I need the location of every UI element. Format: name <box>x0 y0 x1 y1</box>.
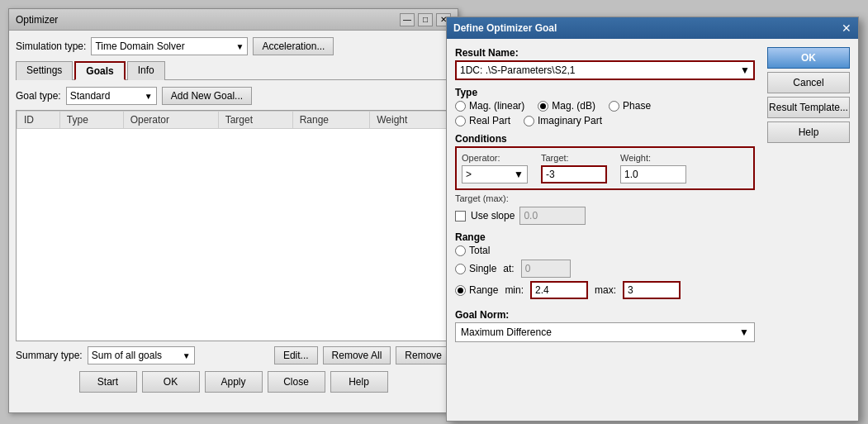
range-section: Range Total Single at: Range <box>455 231 755 303</box>
col-range: Range <box>292 112 370 129</box>
goal-type-row: Goal type: Standard ▼ Add New Goal... <box>16 87 451 105</box>
radio-label-phase: Phase <box>623 100 651 112</box>
simulation-type-dropdown[interactable]: Time Domain Solver ▼ <box>91 37 248 55</box>
col-type: Type <box>59 112 123 129</box>
radio-circle-mag-linear <box>455 101 466 112</box>
col-operator: Operator <box>123 112 218 129</box>
radio-mag-linear[interactable]: Mag. (linear) <box>455 100 524 112</box>
simulation-type-label: Simulation type: <box>16 40 86 52</box>
summary-type-dropdown[interactable]: Sum of all goals ▼ <box>88 346 195 364</box>
goal-type-label: Goal type: <box>16 90 61 102</box>
tab-goals[interactable]: Goals <box>74 61 125 80</box>
radio-circle-single <box>455 264 466 274</box>
operator-label: Operator: <box>462 153 528 163</box>
ok-button[interactable]: OK <box>142 371 200 393</box>
use-slope-label: Use slope <box>471 210 515 222</box>
col-id: ID <box>17 112 60 129</box>
remove-button[interactable]: Remove <box>396 346 451 364</box>
summary-type-value: Sum of all goals <box>92 350 162 361</box>
radio-label-real-part: Real Part <box>469 115 510 126</box>
start-button[interactable]: Start <box>79 371 137 393</box>
dialog-right-buttons: OK Cancel Result Template... Help <box>767 47 850 143</box>
radio-circle-phase <box>609 101 619 112</box>
summary-type-label: Summary type: <box>16 350 83 361</box>
summary-type-row: Summary type: Sum of all goals ▼ Edit...… <box>16 346 451 364</box>
dialog-help-button[interactable]: Help <box>767 121 850 143</box>
radio-mag-db[interactable]: Mag. (dB) <box>538 100 595 112</box>
at-label: at: <box>503 263 514 274</box>
result-name-value: 1DC: .\S-Parameters\S2,1 <box>460 64 575 76</box>
range-min-input[interactable] <box>530 281 588 299</box>
radio-label-mag-linear: Mag. (linear) <box>469 100 524 112</box>
optimizer-body: Simulation type: Time Domain Solver ▼ Ac… <box>9 31 458 399</box>
goal-type-value: Standard <box>70 90 111 102</box>
result-name-dropdown[interactable]: 1DC: .\S-Parameters\S2,1 ▼ <box>455 60 755 80</box>
goal-type-dropdown[interactable]: Standard ▼ <box>66 87 157 105</box>
help-button[interactable]: Help <box>330 371 388 393</box>
tab-settings[interactable]: Settings <box>16 61 73 80</box>
range-single-row: Single at: <box>455 260 755 278</box>
tab-info[interactable]: Info <box>127 61 165 80</box>
chevron-down-icon: ▼ <box>235 42 244 51</box>
radio-label-imaginary-part: Imaginary Part <box>538 115 602 126</box>
dialog-ok-button[interactable]: OK <box>767 47 850 69</box>
conditions-section: Conditions Operator: > ▼ Target: Weight: <box>455 133 755 225</box>
simulation-type-value: Time Domain Solver <box>95 40 184 52</box>
max-label: max: <box>595 284 616 296</box>
type-section: Type Mag. (linear) Mag. (dB) Phase <box>455 87 755 126</box>
conditions-inner: Operator: > ▼ Target: Weight: <box>455 146 755 190</box>
type-radio-row-2: Real Part Imaginary Part <box>455 115 755 126</box>
acceleration-button[interactable]: Acceleration... <box>253 37 334 55</box>
radio-circle-real-part <box>455 116 466 126</box>
radio-real-part[interactable]: Real Part <box>455 115 510 126</box>
radio-single[interactable]: Single <box>455 263 496 274</box>
add-goal-button[interactable]: Add New Goal... <box>162 87 252 105</box>
use-slope-checkbox[interactable] <box>455 211 466 222</box>
weight-input[interactable] <box>620 165 686 183</box>
at-input <box>521 260 571 278</box>
result-template-button[interactable]: Result Template... <box>767 97 850 118</box>
operator-value: > <box>466 169 472 180</box>
radio-label-range: Range <box>469 284 498 296</box>
weight-group: Weight: <box>620 153 686 183</box>
edit-button[interactable]: Edit... <box>274 346 318 364</box>
dialog-close-button[interactable]: ✕ <box>842 22 851 34</box>
radio-circle-mag-db <box>538 101 548 112</box>
radio-phase[interactable]: Phase <box>609 100 651 112</box>
chevron-down-icon: ▼ <box>514 169 524 180</box>
minimize-button[interactable]: — <box>400 13 415 26</box>
tabs-area: Settings Goals Info <box>16 60 451 80</box>
chevron-down-icon: ▼ <box>739 326 749 338</box>
maximize-button[interactable]: □ <box>418 13 433 26</box>
operator-dropdown[interactable]: > ▼ <box>462 165 528 183</box>
operator-group: Operator: > ▼ <box>462 153 528 183</box>
radio-total[interactable]: Total <box>455 245 490 256</box>
simulation-type-row: Simulation type: Time Domain Solver ▼ Ac… <box>16 37 451 55</box>
goal-norm-dropdown[interactable]: Maximum Difference ▼ <box>455 322 755 342</box>
radio-range[interactable]: Range <box>455 284 498 296</box>
remove-all-button[interactable]: Remove All <box>323 346 391 364</box>
radio-label-total: Total <box>469 245 490 256</box>
target-input[interactable] <box>541 165 607 183</box>
range-max-input[interactable] <box>623 281 681 299</box>
dialog-title: Define Optimizer Goal <box>453 22 557 34</box>
dialog-titlebar: Define Optimizer Goal ✕ <box>447 17 858 39</box>
define-optimizer-dialog: Define Optimizer Goal ✕ OK Cancel Result… <box>446 17 859 422</box>
goals-table: ID Type Operator Target Range Weight <box>17 111 450 129</box>
weight-label: Weight: <box>620 153 686 163</box>
radio-imaginary-part[interactable]: Imaginary Part <box>524 115 602 126</box>
dialog-cancel-button[interactable]: Cancel <box>767 72 850 93</box>
optimizer-window: Optimizer — □ ✕ Simulation type: Time Do… <box>8 8 458 413</box>
optimizer-titlebar: Optimizer — □ ✕ <box>9 9 458 31</box>
close-button[interactable]: Close <box>268 371 325 393</box>
target-max-label: Target (max): <box>455 193 509 203</box>
range-range-row: Range min: max: <box>455 281 755 299</box>
target-max-row: Target (max): <box>455 193 755 203</box>
apply-button[interactable]: Apply <box>205 371 263 393</box>
type-radio-row: Mag. (linear) Mag. (dB) Phase <box>455 100 755 112</box>
chevron-down-icon: ▼ <box>183 351 191 360</box>
conditions-label: Conditions <box>455 133 755 145</box>
radio-label-single: Single <box>469 263 496 274</box>
range-total-row: Total <box>455 245 755 256</box>
radio-label-mag-db: Mag. (dB) <box>552 100 595 112</box>
